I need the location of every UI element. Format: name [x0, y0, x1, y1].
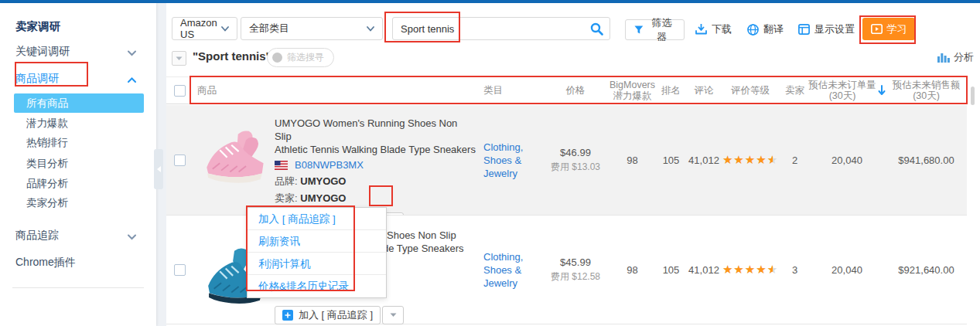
- sidebar-item-bestseller-rank[interactable]: 热销排行: [26, 136, 68, 150]
- chevron-down-icon: [176, 56, 183, 61]
- keyword-dropdown-button[interactable]: [172, 51, 186, 66]
- sidebar-collapse-handle[interactable]: [154, 149, 163, 189]
- sidebar-divider: [12, 287, 144, 288]
- menu-item-price-rank-history[interactable]: 价格&排名历史记录: [248, 275, 386, 297]
- sellers-cell: 3: [781, 216, 808, 324]
- sidebar-item-product-research[interactable]: 商品调研: [15, 72, 139, 86]
- track-button-group: 加入 [ 商品追踪 ]: [275, 306, 476, 324]
- sort-desc-arrow-icon: [878, 85, 886, 96]
- bigmovers-cell: 98: [611, 105, 654, 215]
- sidebar-item-product-tracking[interactable]: 商品追踪: [15, 229, 139, 243]
- filter-funnel-icon: [634, 25, 644, 35]
- header-orders-sort[interactable]: 预估未来订单量 (30天): [808, 80, 886, 101]
- display-settings-button[interactable]: 显示设置: [798, 22, 855, 36]
- chevron-down-icon: [221, 26, 229, 32]
- sidebar-item-category-analysis[interactable]: 类目分析: [26, 157, 68, 171]
- orders-cell: 20,040: [808, 216, 886, 324]
- display-settings-icon: [798, 24, 810, 35]
- revenue-cell: $941,680.00: [886, 105, 967, 215]
- row-checkbox[interactable]: [174, 264, 186, 276]
- download-icon: [695, 24, 707, 35]
- price-value: $45.99: [560, 256, 591, 268]
- row-checkbox-cell: [166, 216, 193, 324]
- toggle-dot-icon: [272, 53, 282, 63]
- analyze-button[interactable]: 分析: [937, 50, 974, 64]
- header-revenue[interactable]: 预估未来销售额 (30天): [886, 80, 967, 101]
- fee-value: 费用 $13.03: [551, 161, 600, 174]
- rank-cell: 105: [654, 105, 688, 215]
- product-title[interactable]: UMYOGO Women's Running Shoes Non Slip At…: [275, 117, 476, 156]
- header-rating[interactable]: 评价等级: [719, 85, 781, 96]
- category-link[interactable]: Clothing, Shoes & Jewelry: [483, 141, 523, 180]
- active-keyword-label: "Sport tennis": [193, 49, 271, 63]
- sidebar-section-seller-research[interactable]: 卖家调研: [15, 19, 60, 34]
- seller-row: 卖家: UMYOGO: [275, 192, 476, 205]
- filter-button[interactable]: 筛选器: [625, 19, 685, 40]
- chevron-down-icon: [128, 46, 136, 59]
- table-row: UMYOGO Women's Running Shoes Non Slip At…: [166, 105, 967, 215]
- reviews-cell: 41,012: [688, 105, 719, 215]
- tracking-dropdown-arrow-button[interactable]: [382, 306, 404, 324]
- category-link[interactable]: Clothing, Shoes & Jewelry: [483, 250, 523, 290]
- header-sellers[interactable]: 卖家: [781, 85, 808, 96]
- video-play-icon: [871, 24, 883, 34]
- menu-item-add-tracking[interactable]: 加入 [ 商品追踪 ]: [248, 208, 386, 230]
- add-to-tracking-button[interactable]: 加入 [ 商品追踪 ]: [275, 306, 381, 324]
- chevron-down-icon: [367, 26, 374, 32]
- header-checkbox-cell: [166, 85, 193, 97]
- header-price[interactable]: 价格: [540, 85, 611, 96]
- menu-item-refresh-info[interactable]: 刷新资讯: [248, 230, 386, 253]
- learn-button[interactable]: 学习: [862, 18, 915, 40]
- marketplace-select[interactable]: Amazon US: [172, 17, 237, 40]
- rating-stars: ★★★★★ ★★★★★: [722, 154, 778, 166]
- product-info: UMYOGO Women's Running Shoes Non Slip At…: [275, 117, 476, 215]
- sidebar-item-brand-analysis[interactable]: 品牌分析: [26, 177, 68, 191]
- reviews-cell: 41,012: [688, 216, 719, 324]
- collapse-left-icon: [157, 166, 161, 172]
- rating-cell: ★★★★★ ★★★★★: [719, 105, 781, 215]
- brand-row: 品牌: UMYOGO: [275, 175, 476, 188]
- header-product[interactable]: 商品: [193, 85, 480, 96]
- sidebar-item-potential-hits[interactable]: 潜力爆款: [26, 117, 68, 131]
- filter-search-toggle[interactable]: 筛选搜寻: [267, 48, 334, 67]
- sidebar-item-chrome-plugin[interactable]: Chrome插件: [15, 256, 139, 270]
- header-category[interactable]: 类目: [480, 85, 540, 96]
- category-select[interactable]: 全部类目: [241, 17, 383, 40]
- revenue-cell: $921,640.00: [886, 216, 967, 324]
- chevron-down-icon: [390, 313, 397, 318]
- sidebar-item-all-products[interactable]: 所有商品: [14, 93, 144, 113]
- menu-item-profit-calculator[interactable]: 利润计算机: [248, 253, 386, 275]
- us-flag-icon: [275, 161, 288, 170]
- asin-link[interactable]: B08NWPB3MX: [295, 159, 364, 171]
- sidebar-item-seller-analysis[interactable]: 卖家分析: [26, 196, 68, 210]
- header-rank[interactable]: 排名: [654, 85, 688, 96]
- sidebar: 卖家调研 关键词调研 商品调研 所有商品 潜力爆款 热销排行 类目分析 品牌分析…: [0, 3, 156, 326]
- rating-stars: ★★★★★ ★★★★★: [722, 263, 778, 276]
- search-icon[interactable]: [590, 22, 603, 39]
- download-button[interactable]: 下载: [695, 22, 732, 36]
- price-cell: $46.99 费用 $13.03: [540, 105, 611, 215]
- vertical-scrollbar-thumb[interactable]: [971, 87, 975, 105]
- rank-cell: 105: [654, 216, 688, 324]
- rating-cell: ★★★★★ ★★★★★: [719, 216, 781, 324]
- select-all-checkbox[interactable]: [174, 85, 186, 97]
- product-image[interactable]: [198, 124, 271, 195]
- search-input[interactable]: [392, 17, 610, 40]
- chevron-down-icon: [128, 230, 136, 243]
- category-cell: Clothing, Shoes & Jewelry: [480, 216, 540, 324]
- sellers-cell: 2: [781, 105, 808, 215]
- translate-button[interactable]: 翻译: [747, 22, 784, 36]
- row-checkbox-cell: [166, 105, 193, 215]
- row-checkbox[interactable]: [174, 155, 186, 166]
- orders-cell: 20,040: [808, 105, 886, 215]
- price-cell: $45.99 费用 $12.58: [540, 216, 611, 324]
- chevron-up-icon: [128, 73, 136, 86]
- sidebar-item-keyword-research[interactable]: 关键词调研: [15, 45, 139, 59]
- table-header-row: 商品 类目 价格 BigMovers 潜力爆款 排名 评论 评价等级 卖家 预估…: [166, 76, 967, 104]
- globe-icon: [747, 24, 759, 36]
- header-bigmovers[interactable]: BigMovers 潜力爆款: [611, 80, 654, 101]
- header-reviews[interactable]: 评论: [688, 85, 719, 96]
- product-cell: UMYOGO Women's Running Shoes Non Slip At…: [193, 105, 480, 215]
- plus-icon: [282, 310, 293, 321]
- search-field-wrap: [392, 17, 610, 40]
